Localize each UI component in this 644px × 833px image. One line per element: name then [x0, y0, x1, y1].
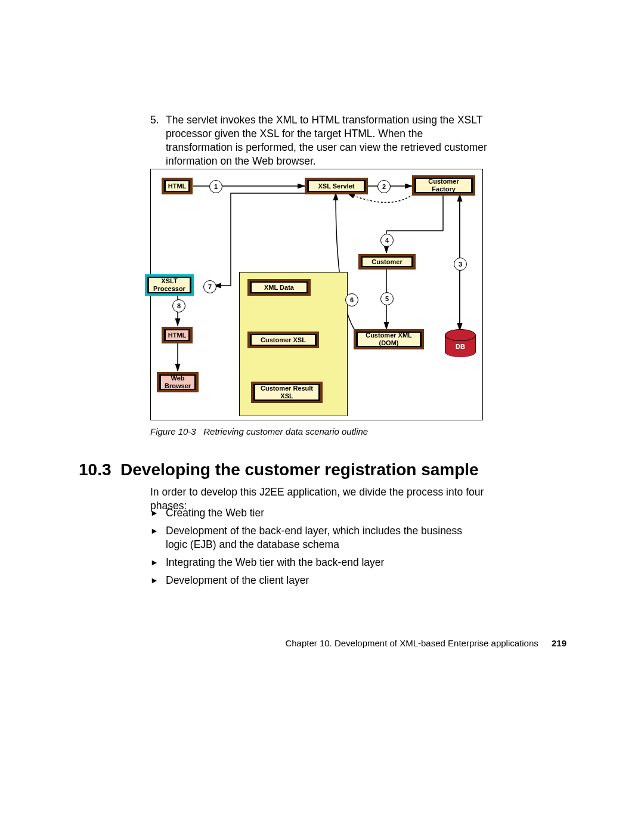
badge-1: 1	[209, 180, 222, 193]
badge-5: 5	[380, 292, 394, 305]
box-html-top-label: HTML	[165, 181, 189, 191]
box-customer-factory: Customer Factory	[412, 175, 475, 196]
bullet-text: Development of the client layer	[166, 574, 309, 586]
box-customer-xml-dom: Customer XML (DOM)	[354, 329, 424, 349]
box-customer-xsl: Customer XSL	[247, 332, 319, 348]
footer-page-number: 219	[552, 638, 566, 648]
badge-3: 3	[454, 258, 467, 271]
figure-caption: Figure 10-3 Retrieving customer data sce…	[150, 426, 484, 436]
box-customer-xsl-label: Customer XSL	[251, 335, 315, 345]
diagram: HTML XSL Servlet Customer Factory Custom…	[150, 169, 483, 420]
page: 5. The servlet invokes the XML to HTML t…	[0, 0, 644, 833]
section-title: Developing the customer registration sam…	[120, 460, 479, 479]
box-customer-factory-label: Customer Factory	[416, 178, 472, 193]
bullet-icon: ►	[150, 575, 159, 586]
box-customer-result-xsl: Customer Result XSL	[251, 382, 323, 403]
page-footer: Chapter 10. Development of XML-based Ent…	[0, 638, 644, 648]
bullet-icon: ►	[150, 525, 159, 536]
figure-caption-text: Retrieving customer data scenario outlin…	[203, 426, 368, 436]
section-number: 10.3	[79, 460, 112, 479]
box-customer-xml-dom-label: Customer XML (DOM)	[357, 332, 420, 346]
badge-2: 2	[377, 180, 391, 193]
box-html-left: HTML	[162, 327, 193, 343]
figure-caption-label: Figure 10-3	[150, 426, 196, 436]
step-number: 5.	[150, 113, 159, 127]
box-web-browser: Web Browser	[157, 372, 199, 392]
figure-10-3: HTML XSL Servlet Customer Factory Custom…	[150, 169, 484, 436]
box-xsl-servlet: XSL Servlet	[305, 178, 368, 194]
bullet-text: Development of the back-end layer, which…	[166, 525, 462, 550]
box-html-left-label: HTML	[165, 330, 189, 340]
badge-7: 7	[203, 280, 216, 293]
box-xml-data-label: XML Data	[251, 282, 307, 293]
box-xml-data: XML Data	[247, 279, 311, 296]
badge-6: 6	[345, 293, 358, 306]
db-cylinder: DB	[445, 329, 476, 357]
box-customer-label: Customer	[362, 257, 412, 267]
box-customer-result-xsl-label: Customer Result XSL	[255, 385, 319, 400]
bullet-item: ►Development of the back-end layer, whic…	[150, 524, 484, 552]
bullet-icon: ►	[150, 507, 159, 518]
box-xsl-servlet-label: XSL Servlet	[308, 181, 364, 191]
badge-4: 4	[380, 234, 394, 247]
bullet-text: Integrating the Web tier with the back-e…	[166, 556, 384, 568]
box-customer: Customer	[358, 254, 416, 270]
step-5-paragraph: 5. The servlet invokes the XML to HTML t…	[166, 113, 488, 168]
footer-chapter: Chapter 10. Development of XML-based Ent…	[285, 638, 538, 648]
bullet-item: ►Development of the client layer	[150, 574, 484, 587]
bullet-icon: ►	[150, 557, 159, 568]
section-heading: 10.3 Developing the customer registratio…	[79, 460, 479, 479]
box-xslt-processor-label: XSLT Processor	[148, 277, 190, 293]
bullet-text: Creating the Web tier	[166, 507, 264, 519]
step-text: The servlet invokes the XML to HTML tran…	[166, 114, 487, 167]
bullet-item: ►Creating the Web tier	[150, 506, 484, 520]
box-html-top: HTML	[162, 178, 193, 194]
badge-8: 8	[172, 299, 185, 312]
box-web-browser-label: Web Browser	[160, 375, 195, 389]
box-xslt-processor: XSLT Processor	[145, 274, 194, 296]
bullet-list: ►Creating the Web tier ►Development of t…	[150, 502, 484, 592]
bullet-item: ►Integrating the Web tier with the back-…	[150, 556, 484, 569]
